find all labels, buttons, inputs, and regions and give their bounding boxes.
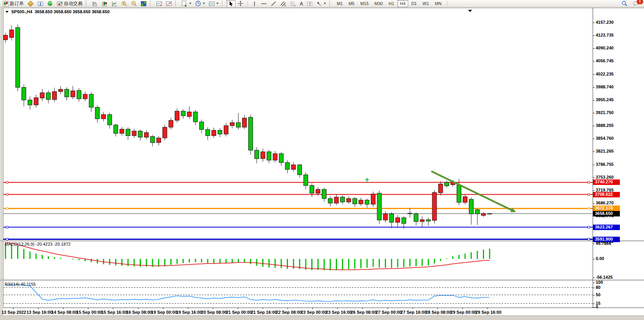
time-axis-label: 27 Sep 00:00	[376, 310, 402, 315]
macd-axis-label: 45.7866	[596, 241, 611, 246]
vertical-line-button[interactable]	[250, 0, 259, 7]
price-axis-label: 3786.755	[596, 162, 614, 167]
candle	[377, 193, 381, 220]
rsi-label: RSI(14) 40.1155	[5, 282, 36, 287]
candle	[138, 131, 142, 137]
panel-separator[interactable]	[0, 280, 644, 281]
timeframe-m5-button[interactable]: M5	[346, 0, 357, 7]
candle	[9, 30, 14, 38]
candle	[120, 129, 124, 134]
price-axis-tick	[593, 61, 595, 62]
equidistant-channel-button[interactable]: E	[279, 0, 288, 7]
macd-axis-tick	[593, 278, 595, 278]
candle	[383, 214, 388, 220]
rsi-panel-canvas[interactable]	[3, 281, 593, 308]
trendline-icon	[270, 1, 277, 7]
text-button[interactable]: A	[298, 0, 305, 7]
timeframe-m15-button[interactable]: M15	[358, 0, 371, 7]
price-level-badge: 3623.267	[593, 225, 620, 230]
main-toolbar: 新订单 自动交易	[0, 0, 644, 7]
current-price-badge: 3658.650	[593, 211, 620, 216]
price-axis-tick	[593, 74, 595, 75]
cursor-button[interactable]	[226, 0, 235, 7]
price-axis-line	[593, 8, 593, 308]
time-axis-label: 23 Sep 00:00	[301, 310, 327, 315]
signals-button[interactable]	[46, 0, 55, 7]
price-axis-tick	[593, 100, 595, 100]
text-label-button[interactable]: T	[305, 0, 314, 7]
new-order-button[interactable]: 新订单	[1, 0, 25, 7]
status-strip	[0, 315, 644, 320]
rsi-line	[5, 285, 490, 301]
fibonacci-button[interactable]: F	[288, 0, 298, 7]
svg-text:F: F	[294, 4, 296, 7]
crosshair-button[interactable]	[236, 0, 245, 7]
trendline-button[interactable]	[269, 0, 278, 7]
tile-windows-button[interactable]	[139, 0, 148, 7]
chat-button[interactable]: 1	[632, 0, 641, 7]
chevron-down-icon	[216, 3, 219, 4]
candle	[328, 199, 332, 203]
indicator-window-icon	[156, 1, 162, 7]
signals-icon	[47, 0, 53, 7]
candle	[242, 118, 247, 127]
macd-axis-tick	[593, 259, 595, 259]
price-axis-label: 3988.740	[596, 84, 614, 89]
price-axis-tick	[593, 165, 595, 165]
candle	[175, 111, 179, 120]
candle	[261, 152, 265, 159]
new-chart-button[interactable]	[180, 0, 193, 7]
periods-icon	[195, 0, 201, 7]
timeframe-w1-button[interactable]: W1	[420, 0, 432, 7]
zoom-out-button[interactable]	[129, 0, 139, 7]
indicator-window-button[interactable]	[154, 0, 164, 7]
indicator-window-alt-button[interactable]	[164, 0, 174, 7]
candlestick-chart-button[interactable]	[100, 0, 109, 7]
zoom-in-button[interactable]	[119, 0, 129, 7]
rsi-axis-tick	[593, 283, 595, 283]
candle	[65, 89, 69, 97]
price-axis-label: 3921.750	[596, 110, 614, 115]
macd-panel-canvas[interactable]	[3, 241, 593, 280]
line-chart-button[interactable]	[110, 0, 119, 7]
candle	[426, 220, 430, 221]
timeframe-h4-button[interactable]: H4	[397, 0, 408, 7]
periods-button[interactable]	[193, 0, 207, 7]
candle	[83, 94, 87, 99]
bar-chart-button[interactable]	[90, 0, 100, 7]
toolbar-grip	[150, 1, 153, 6]
candle	[365, 200, 369, 204]
timeframe-d1-button[interactable]: D1	[409, 0, 419, 7]
toolbar-grip	[86, 1, 88, 6]
timeframe-mn-button[interactable]: MN	[432, 0, 444, 7]
timeframe-m30-button[interactable]: M30	[372, 0, 385, 7]
candle	[163, 127, 167, 138]
candle	[71, 91, 75, 97]
horizontal-line-button[interactable]	[259, 0, 268, 7]
objects-button[interactable]	[26, 0, 35, 7]
time-axis-label: 20 Sep 08:00	[201, 310, 227, 315]
price-axis-label: 3619.280	[596, 226, 614, 231]
line-chart-icon	[111, 1, 118, 7]
text-icon: A	[300, 1, 303, 7]
macd-axis-label: -56.1425	[596, 275, 612, 280]
auto-trading-button[interactable]: 自动交易	[55, 0, 84, 7]
profiles-button[interactable]	[36, 0, 45, 7]
timeframe-h1-button[interactable]: H1	[386, 0, 397, 7]
main-chart-canvas[interactable]	[3, 9, 593, 241]
candle	[16, 28, 20, 88]
price-axis-label: 4056.745	[596, 58, 614, 63]
search-button[interactable]	[620, 0, 629, 7]
templates-button[interactable]	[207, 0, 220, 7]
toolbar-grip	[222, 1, 225, 6]
time-axis-label: 21 Sep 16:00	[251, 310, 277, 315]
timeframe-m1-button[interactable]: M1	[334, 0, 345, 7]
candle	[273, 154, 277, 160]
rsi-axis-label: 50	[596, 292, 600, 297]
candle	[439, 184, 443, 193]
time-axis-label: 29 Sep 00:00	[451, 310, 477, 315]
rsi-axis-label: 15	[596, 301, 600, 306]
chevron-down-icon	[324, 3, 326, 4]
arrows-button[interactable]	[315, 0, 328, 7]
line-handle	[588, 207, 590, 209]
